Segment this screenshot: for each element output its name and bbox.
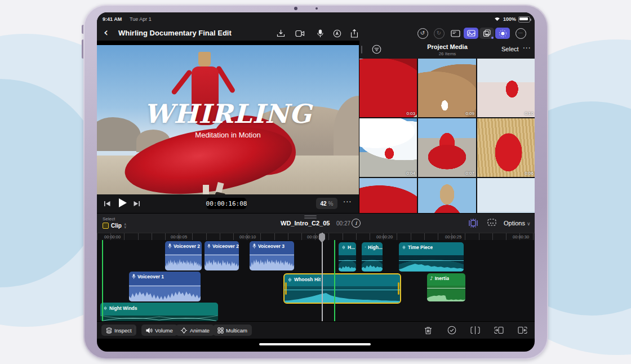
redo-button: ↻ xyxy=(432,28,446,39)
audio-clip-selected-whoosh[interactable]: Whoosh Hit xyxy=(283,273,401,304)
overwrite-button[interactable] xyxy=(493,325,504,336)
media-panel-header: Project Media 26 Items Select ··· xyxy=(359,41,535,59)
keyframe-icon xyxy=(180,327,188,334)
battery-icon xyxy=(518,16,530,23)
trash-icon xyxy=(424,326,432,335)
clip-duration-badge: 0:07 xyxy=(465,171,474,176)
audio-clip-voiceover[interactable]: Voiceover 1 xyxy=(129,272,201,301)
selected-clip-name: WD_Intro_C2_05 xyxy=(281,220,330,227)
ipad-screen: 9:41 AM Tue Apr 1 100% ‹ Whirling Docume… xyxy=(97,12,535,352)
inspector-icon xyxy=(106,327,112,334)
media-thumbnail[interactable] xyxy=(477,178,535,213)
options-button[interactable]: Options ∨ xyxy=(504,220,531,227)
timeline-tracks: Voiceover 2 Voiceover 2 Voiceover 3 H.. xyxy=(97,240,535,321)
media-thumbnail[interactable]: 0:07 xyxy=(418,118,476,177)
timeline-ruler[interactable]: 00:00:00 00:00:05 00:00:10 00:00:15 00:0… xyxy=(97,233,535,241)
split-clip-icon xyxy=(470,326,480,334)
bottom-toolbar: Inspect Volume Animate Multicam xyxy=(97,321,535,339)
play-button[interactable] xyxy=(118,198,127,210)
clip-duration-badge: 0:04 xyxy=(406,171,415,176)
clip-tool-icon xyxy=(103,223,109,229)
camera-icon[interactable] xyxy=(293,28,306,39)
split-clip-button[interactable] xyxy=(469,325,481,336)
clip-tool-selector[interactable]: Clip ∧ ∨ xyxy=(103,223,126,229)
audio-clip-ambience[interactable]: Night Winds xyxy=(100,303,218,321)
splice-tool-icon[interactable] xyxy=(468,218,479,230)
select-button[interactable]: Select xyxy=(501,46,519,52)
clip-duration-badge: 0:03 xyxy=(406,111,415,116)
media-browser-button[interactable] xyxy=(464,28,478,39)
effects-badge-dot xyxy=(491,37,494,39)
battery-percent: 100% xyxy=(503,16,516,22)
ruler-label: 00:00:10 xyxy=(239,234,256,239)
more-button[interactable]: ··· xyxy=(514,28,527,39)
back-button[interactable]: ‹ xyxy=(104,25,108,39)
zoom-level[interactable]: 42 % xyxy=(316,198,337,209)
media-thumbnail[interactable] xyxy=(418,178,476,213)
media-more-button[interactable]: ··· xyxy=(523,45,531,52)
clip-duration-badge: 0:09 xyxy=(465,111,474,116)
playhead-line[interactable] xyxy=(322,233,323,321)
skip-forward-icon[interactable] xyxy=(133,199,140,210)
jog-wheel-toggle-button[interactable] xyxy=(495,28,510,39)
camera-sensor xyxy=(316,7,318,10)
audio-clip-fx[interactable]: Time Piece xyxy=(399,242,464,272)
page-background: 9:41 AM Tue Apr 1 100% ‹ Whirling Docume… xyxy=(0,0,631,364)
media-thumbnail[interactable]: 0:06 xyxy=(477,118,535,177)
volume-button[interactable]: Volume xyxy=(141,325,177,336)
media-thumbnail[interactable]: 0:03 xyxy=(359,59,417,117)
timeline-drag-handle[interactable] xyxy=(304,215,317,216)
ruler-label: 00:00:30 xyxy=(513,234,529,239)
media-thumbnail[interactable]: 0:09 xyxy=(418,59,476,117)
grid-icon xyxy=(217,327,224,334)
pencil-annotate-icon[interactable] xyxy=(330,28,344,39)
ruler-label: 00:00:25 xyxy=(445,234,461,239)
media-thumbnail[interactable] xyxy=(359,178,417,213)
insert-right-icon xyxy=(518,326,527,334)
audio-clip-voiceover[interactable]: Voiceover 2 xyxy=(165,241,202,270)
info-button[interactable]: i xyxy=(352,219,361,228)
animate-button[interactable]: Animate xyxy=(176,325,214,336)
effects-button[interactable] xyxy=(479,28,494,39)
media-thumbnail[interactable]: 0:10 xyxy=(477,59,535,117)
undo-button[interactable]: ↺ xyxy=(416,28,429,39)
timecode-display[interactable]: 00:00:16:08 xyxy=(207,198,246,209)
status-date: Tue Apr 1 xyxy=(130,16,152,22)
wifi-icon xyxy=(494,16,501,23)
zoom-value: 42 xyxy=(320,201,326,207)
audio-clip-voiceover[interactable]: Voiceover 2 xyxy=(205,241,239,270)
insert-button[interactable] xyxy=(517,325,528,336)
playback-controls: 00:00:16:08 42 % ··· xyxy=(97,194,359,213)
media-thumbnail[interactable]: 0:04 xyxy=(359,118,417,177)
video-preview[interactable]: WHIRLING Meditation in Motion xyxy=(97,45,359,194)
insert-left-icon xyxy=(494,326,504,334)
trash-button[interactable] xyxy=(423,325,434,336)
inspect-button[interactable]: Inspect xyxy=(101,325,136,336)
audio-clip-fx[interactable]: H... xyxy=(339,242,356,272)
marker-line xyxy=(102,240,103,321)
status-time: 9:41 AM xyxy=(103,16,122,22)
audio-clip-fx[interactable]: High... xyxy=(362,242,383,272)
video-title-overlay: WHIRLING xyxy=(97,99,359,129)
crossfade-region xyxy=(100,316,218,321)
import-icon[interactable] xyxy=(274,28,287,39)
viewer-panel: WHIRLING Meditation in Motion 00:00:16:0… xyxy=(97,41,359,213)
approve-button[interactable] xyxy=(446,325,457,336)
home-indicator[interactable] xyxy=(259,343,371,345)
zoom-unit: % xyxy=(328,201,334,207)
viewer-more-button[interactable]: ··· xyxy=(343,198,352,206)
mic-icon[interactable] xyxy=(313,28,327,39)
app-toolbar: ‹ Whirling Documentary Final Edit ↺ ↻ xyxy=(97,26,535,41)
overlay-picture-icon[interactable] xyxy=(486,218,497,229)
multicam-button[interactable]: Multicam xyxy=(213,325,252,336)
audio-clip-voiceover[interactable]: Voiceover 3 xyxy=(250,241,294,270)
music-note-icon: ♪ xyxy=(430,276,433,281)
skip-back-icon[interactable] xyxy=(104,199,111,210)
toolbar-divider xyxy=(135,326,135,334)
clip-duration-badge: 0:10 xyxy=(525,111,534,116)
speaker-icon xyxy=(146,327,153,334)
audio-clip-music[interactable]: ♪ Inertia xyxy=(427,273,465,301)
panel-toggle-icon[interactable] xyxy=(448,28,462,39)
share-icon[interactable] xyxy=(347,28,361,39)
ruler-label: 00:00:20 xyxy=(376,234,393,239)
